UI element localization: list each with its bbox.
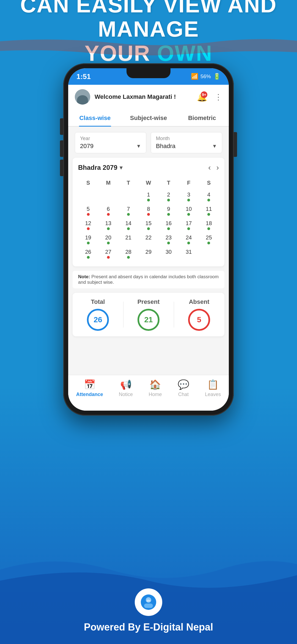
cal-cell-30[interactable]: 30	[159, 247, 179, 261]
banner-line1: CAN EASILY VIEW AND MANAGE	[16, 0, 280, 41]
phone-frame: 1:51 📶 56% 🔋 Welcome Laxman Magarati ! 🔔…	[63, 63, 234, 416]
month-value-row: Bhadra ▼	[156, 143, 217, 150]
main-content: Year 2079 ▼ Month Bhadra ▼	[68, 127, 229, 386]
phone-notch	[127, 68, 170, 78]
welcome-text: Welcome Laxman Magarati !	[95, 93, 191, 100]
month-filter[interactable]: Month Bhadra ▼	[151, 132, 222, 153]
logo-svg: dn	[140, 594, 157, 610]
total-label: Total	[73, 298, 123, 305]
present-stat: Present 21	[123, 298, 174, 331]
month-label: Month	[156, 136, 217, 141]
cal-cell-3[interactable]: 3	[179, 189, 199, 204]
cal-cell-5[interactable]: 5	[78, 204, 98, 218]
nav-home-label: Home	[148, 392, 162, 397]
nav-home[interactable]: 🏠 Home	[148, 379, 162, 397]
cal-cell-13[interactable]: 13	[98, 218, 118, 232]
cal-header-sat: S	[199, 178, 219, 189]
cal-cell-6[interactable]: 6	[98, 204, 118, 218]
cal-cell-23[interactable]: 23	[159, 232, 179, 247]
cal-cell-empty-1	[78, 189, 98, 204]
app-header: Welcome Laxman Magarati ! 🔔 9+ ⋮	[68, 85, 229, 109]
cal-cell-empty-3	[118, 189, 138, 204]
cal-cell-25[interactable]: 25	[199, 232, 219, 247]
calendar-expand-icon: ▾	[120, 164, 122, 171]
calendar-prev-button[interactable]: ‹	[208, 163, 211, 172]
nav-attendance[interactable]: 📅 Attendance	[76, 379, 103, 397]
total-circle: 26	[87, 309, 109, 331]
cal-cell-12[interactable]: 12	[78, 218, 98, 232]
cal-header-wed: W	[138, 178, 158, 189]
status-time: 1:51	[76, 72, 91, 81]
note-label: Note:	[78, 274, 91, 279]
cal-cell-20[interactable]: 20	[98, 232, 118, 247]
attendance-note: Note: Present and absent days in calenda…	[73, 271, 224, 288]
month-dropdown-arrow: ▼	[212, 143, 217, 149]
tab-bar: Class-wise Subject-wise Biometric	[68, 109, 229, 127]
nav-attendance-label: Attendance	[76, 392, 103, 397]
cal-cell-29[interactable]: 29	[138, 247, 158, 261]
phone-screen: 1:51 📶 56% 🔋 Welcome Laxman Magarati ! 🔔…	[68, 68, 229, 411]
cal-cell-28[interactable]: 28	[118, 247, 138, 261]
cal-cell-18[interactable]: 18	[199, 218, 219, 232]
cal-cell-22[interactable]: 22	[138, 232, 158, 247]
notification-bell[interactable]: 🔔 9+	[196, 91, 208, 103]
chat-icon: 💬	[178, 379, 189, 390]
note-content: Present and absent days in calendar incl…	[78, 274, 219, 285]
present-circle: 21	[138, 309, 160, 331]
nav-notice[interactable]: 📢 Notice	[119, 379, 133, 397]
present-value: 21	[144, 315, 153, 324]
tab-class-wise[interactable]: Class-wise	[68, 109, 122, 126]
attendance-icon: 📅	[84, 379, 95, 390]
cal-header-fri: F	[179, 178, 199, 189]
filter-row: Year 2079 ▼ Month Bhadra ▼	[68, 127, 229, 158]
nav-leaves[interactable]: 📋 Leaves	[205, 379, 221, 397]
present-label: Present	[123, 298, 174, 305]
year-value-row: 2079 ▼	[80, 143, 141, 150]
calendar-header: Bhadra 2079 ▾ ‹ ›	[78, 163, 219, 172]
cal-cell-21[interactable]: 21	[118, 232, 138, 247]
cal-cell-15[interactable]: 15	[138, 218, 158, 232]
cal-cell-8[interactable]: 8	[138, 204, 158, 218]
cal-cell-empty-2	[98, 189, 118, 204]
cal-cell-14[interactable]: 14	[118, 218, 138, 232]
cal-cell-10[interactable]: 10	[179, 204, 199, 218]
calendar-grid: S M T W T F S 1 2 3 4	[78, 178, 219, 261]
brushstroke-decoration	[0, 36, 297, 58]
tab-subject-wise[interactable]: Subject-wise	[122, 109, 175, 126]
calendar-nav: ‹ ›	[208, 163, 219, 172]
year-dropdown-arrow: ▼	[136, 143, 141, 149]
more-options-icon[interactable]: ⋮	[215, 92, 222, 102]
cal-header-mon: M	[98, 178, 118, 189]
total-value: 26	[94, 315, 102, 324]
nav-chat[interactable]: 💬 Chat	[178, 379, 189, 397]
home-icon: 🏠	[149, 379, 161, 390]
cal-cell-7[interactable]: 7	[118, 204, 138, 218]
cal-header-tue: T	[118, 178, 138, 189]
signal-icon: 📶	[191, 73, 198, 80]
calendar-next-button[interactable]: ›	[216, 163, 219, 172]
total-stat: Total 26	[73, 298, 123, 331]
cal-cell-24[interactable]: 24	[179, 232, 199, 247]
cal-cell-1[interactable]: 1	[138, 189, 158, 204]
cal-cell-19[interactable]: 19	[78, 232, 98, 247]
cal-cell-11[interactable]: 11	[199, 204, 219, 218]
cal-cell-2[interactable]: 2	[159, 189, 179, 204]
absent-circle: 5	[188, 309, 210, 331]
calendar-title: Bhadra 2079 ▾	[78, 164, 122, 171]
cal-cell-9[interactable]: 9	[159, 204, 179, 218]
cal-cell-17[interactable]: 17	[179, 218, 199, 232]
battery-text: 56%	[200, 73, 211, 80]
cal-cell-4[interactable]: 4	[199, 189, 219, 204]
avatar-body	[77, 95, 88, 105]
cal-cell-16[interactable]: 16	[159, 218, 179, 232]
tab-biometric[interactable]: Biometric	[175, 109, 229, 126]
year-filter[interactable]: Year 2079 ▼	[75, 132, 146, 153]
cal-cell-31[interactable]: 31	[179, 247, 199, 261]
cal-cell-26[interactable]: 26	[78, 247, 98, 261]
cal-cell-27[interactable]: 27	[98, 247, 118, 261]
year-label: Year	[80, 136, 141, 141]
notification-badge: 9+	[201, 91, 207, 98]
stats-row: Total 26 Present 21 Absent	[73, 293, 224, 336]
absent-value: 5	[197, 315, 201, 324]
cal-header-thu: T	[159, 178, 179, 189]
